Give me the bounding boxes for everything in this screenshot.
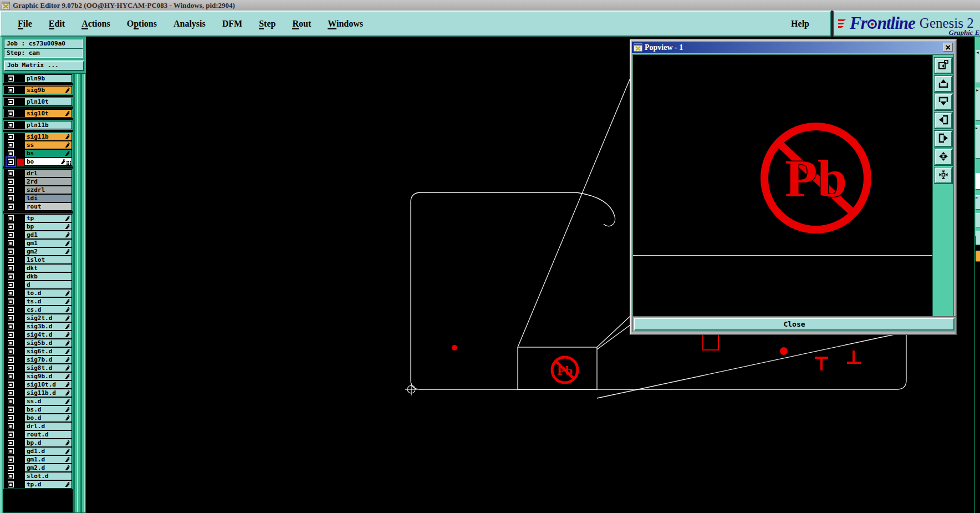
layer-color-swatch[interactable]	[17, 472, 24, 480]
layer-checkbox[interactable]	[7, 364, 15, 372]
menu-item-help[interactable]: Help	[791, 19, 809, 29]
popview-close-icon[interactable]	[943, 43, 953, 52]
layer-color-swatch[interactable]	[17, 430, 24, 439]
layer-color-swatch[interactable]	[17, 439, 24, 447]
layer-row-tp[interactable]: tp	[4, 214, 72, 222]
layer-color-swatch[interactable]	[17, 222, 24, 231]
layer-color-swatch[interactable]	[17, 86, 24, 94]
menu-item-file[interactable]: File	[18, 19, 32, 29]
layer-checkbox[interactable]	[7, 239, 15, 247]
layer-checkbox[interactable]	[7, 222, 15, 231]
layer-color-swatch[interactable]	[17, 331, 24, 339]
layer-checkbox[interactable]	[7, 247, 15, 256]
layer-checkbox[interactable]	[7, 169, 15, 177]
menu-item-windows[interactable]: Windows	[328, 19, 363, 29]
layer-color-swatch[interactable]	[17, 355, 24, 364]
layer-row-pln11b[interactable]: pln11b	[4, 121, 72, 129]
layer-checkbox[interactable]	[7, 149, 15, 158]
layer-checkbox[interactable]	[7, 231, 15, 239]
layer-color-swatch[interactable]	[17, 380, 24, 389]
layer-color-swatch[interactable]	[17, 372, 24, 380]
layer-color-swatch[interactable]	[17, 389, 24, 397]
layer-row-sig10t.d[interactable]: sig10t.d	[4, 380, 72, 389]
layer-checkbox[interactable]	[7, 289, 15, 297]
popview-viewport[interactable]: Pb	[633, 55, 932, 316]
layer-list-scroll-strip[interactable]	[73, 73, 86, 513]
layer-checkbox[interactable]	[7, 121, 15, 129]
layer-checkbox[interactable]	[7, 109, 15, 118]
zoom-fit-button[interactable]	[935, 149, 952, 165]
menu-item-dfm[interactable]: DFM	[222, 19, 242, 29]
layer-row-bs.d[interactable]: bs.d	[4, 405, 72, 414]
layer-checkbox[interactable]	[7, 422, 15, 430]
layer-checkbox[interactable]	[7, 214, 15, 222]
pan-up-button[interactable]	[935, 76, 952, 92]
layer-checkbox[interactable]	[7, 194, 15, 202]
layer-checkbox[interactable]	[7, 133, 15, 141]
right-toolbar-swatch[interactable]	[976, 251, 980, 262]
layer-color-swatch[interactable]	[17, 169, 24, 177]
layer-checkbox[interactable]	[7, 297, 15, 306]
layer-checkbox[interactable]	[7, 74, 15, 83]
right-toolbar-button[interactable]: ▸	[976, 125, 980, 159]
layer-checkbox[interactable]	[7, 202, 15, 211]
close-button[interactable]: Close	[634, 318, 955, 331]
zoom-extents-button[interactable]	[935, 167, 952, 184]
layer-checkbox[interactable]	[7, 405, 15, 414]
layer-checkbox[interactable]	[7, 322, 15, 331]
layer-row-pln10t[interactable]: pln10t	[4, 98, 72, 106]
layer-checkbox[interactable]	[7, 141, 15, 149]
layer-color-swatch[interactable]	[17, 339, 24, 347]
layer-checkbox[interactable]	[7, 314, 15, 322]
layer-row-tp.d[interactable]: tp.d	[4, 480, 72, 489]
layer-color-swatch[interactable]	[17, 322, 24, 331]
layer-checkbox[interactable]	[7, 86, 15, 94]
layer-color-swatch[interactable]	[17, 98, 24, 106]
layer-color-swatch[interactable]	[17, 364, 24, 372]
layer-row-ss.d[interactable]: ss.d	[4, 397, 72, 405]
layer-color-swatch[interactable]	[17, 202, 24, 211]
layer-checkbox[interactable]	[7, 339, 15, 347]
layer-row-gm1[interactable]: gm1	[4, 239, 72, 247]
right-toolbar-button[interactable]	[976, 231, 980, 245]
layer-color-swatch[interactable]	[17, 306, 24, 314]
layer-checkbox[interactable]	[7, 397, 15, 405]
menu-item-edit[interactable]: Edit	[49, 19, 65, 29]
layer-color-swatch[interactable]	[17, 186, 24, 194]
layer-color-swatch[interactable]	[17, 194, 24, 202]
layer-checkbox[interactable]	[7, 347, 15, 355]
layer-row-drl[interactable]: drl	[4, 169, 72, 177]
layer-checkbox[interactable]	[7, 355, 15, 364]
right-toolbar-button[interactable]: ◄	[976, 50, 980, 83]
layer-color-swatch[interactable]	[17, 214, 24, 222]
layer-color-swatch[interactable]	[17, 133, 24, 141]
layer-row-bp.d[interactable]: bp.d	[4, 439, 72, 447]
layer-row-sig3b.d[interactable]: sig3b.d	[4, 322, 72, 331]
layer-color-swatch[interactable]	[17, 121, 24, 129]
menu-item-rout[interactable]: Rout	[292, 19, 311, 29]
layer-row-bs[interactable]: bs	[4, 149, 72, 158]
right-toolbar-button[interactable]	[976, 213, 980, 227]
layer-color-swatch[interactable]	[17, 256, 24, 264]
layer-row-to.d[interactable]: to.d	[4, 289, 72, 297]
layer-row-drl.d[interactable]: drl.d	[4, 422, 72, 430]
popview-titlebar[interactable]: Popview - 1	[632, 42, 955, 53]
right-toolbar-button[interactable]: ►	[976, 88, 980, 121]
layer-checkbox[interactable]	[7, 414, 15, 422]
layer-color-swatch[interactable]	[17, 447, 24, 455]
layer-row-1slot[interactable]: 1slot	[4, 256, 72, 264]
layer-color-swatch[interactable]	[17, 74, 24, 83]
layer-row-gm1.d[interactable]: gm1.d	[4, 455, 72, 464]
layer-color-swatch[interactable]	[17, 281, 24, 289]
menu-item-step[interactable]: Step	[259, 19, 275, 29]
layer-row-bo[interactable]: bo	[4, 158, 72, 166]
layer-row-sig5b.d[interactable]: sig5b.d	[4, 339, 72, 347]
popview-window-button[interactable]	[935, 58, 952, 74]
layer-row-sig6t.d[interactable]: sig6t.d	[4, 347, 72, 355]
menu-item-analysis[interactable]: Analysis	[173, 19, 206, 29]
layer-row-sig11b[interactable]: sig11b	[4, 133, 72, 141]
layer-checkbox[interactable]	[7, 389, 15, 397]
layer-color-swatch[interactable]	[17, 405, 24, 414]
layer-checkbox[interactable]	[7, 464, 15, 472]
layer-checkbox[interactable]	[7, 281, 15, 289]
